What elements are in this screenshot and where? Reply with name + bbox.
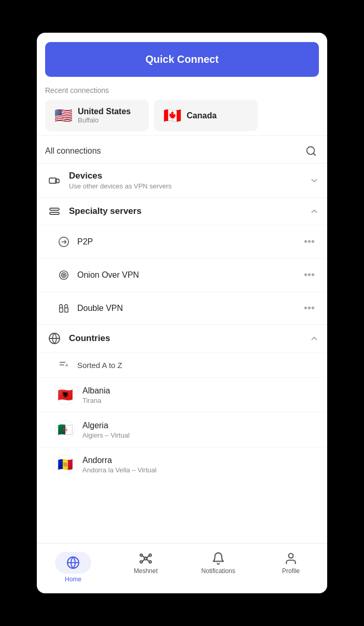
canada-flag: 🇨🇦 bbox=[163, 108, 181, 123]
quick-connect-button[interactable]: Quick Connect bbox=[45, 42, 319, 77]
svg-point-8 bbox=[63, 274, 65, 276]
country-andorra[interactable]: 🇦🇩 Andorra Andorra la Vella – Virtual bbox=[37, 447, 327, 482]
recent-card-us[interactable]: 🇺🇸 United States Buffalo bbox=[45, 100, 149, 131]
albania-flag: 🇦🇱 bbox=[55, 385, 75, 405]
svg-point-7 bbox=[61, 273, 66, 277]
home-globe-icon bbox=[66, 556, 80, 569]
home-label: Home bbox=[65, 576, 81, 583]
sort-label: Sorted A to Z bbox=[77, 361, 122, 370]
p2p-label: P2P bbox=[77, 237, 300, 247]
specialty-servers-section-row[interactable]: Specialty servers bbox=[37, 197, 327, 225]
countries-section-row[interactable]: Countries bbox=[37, 324, 327, 352]
specialty-servers-chevron-up bbox=[310, 207, 319, 216]
devices-section-row[interactable]: Devices Use other devices as VPN servers bbox=[37, 163, 327, 197]
sort-row[interactable]: A Sorted A to Z bbox=[37, 352, 327, 377]
canada-country-name: Canada bbox=[187, 111, 217, 120]
countries-title: Countries bbox=[69, 333, 310, 344]
svg-line-25 bbox=[143, 559, 145, 561]
albania-name: Albania bbox=[82, 386, 319, 396]
svg-rect-9 bbox=[60, 308, 63, 312]
nav-notifications[interactable]: Notifications bbox=[182, 549, 255, 586]
us-flag: 🇺🇸 bbox=[54, 108, 73, 123]
albania-info: Albania Tirana bbox=[82, 386, 319, 404]
onion-vpn-item[interactable]: Onion Over VPN ••• bbox=[37, 258, 327, 291]
countries-icon bbox=[45, 332, 64, 345]
search-icon bbox=[305, 145, 317, 157]
sort-icon: A bbox=[55, 360, 72, 370]
devices-icon bbox=[45, 174, 64, 187]
profile-label: Profile bbox=[282, 567, 300, 575]
p2p-dots-button[interactable]: ••• bbox=[300, 234, 319, 250]
p2p-item[interactable]: P2P ••• bbox=[37, 225, 327, 258]
all-connections-label: All connections bbox=[45, 146, 101, 156]
svg-line-24 bbox=[147, 556, 149, 558]
us-country-name: United States bbox=[78, 107, 131, 116]
onion-vpn-label: Onion Over VPN bbox=[77, 270, 300, 280]
app-container: Quick Connect Recent connections 🇺🇸 Unit… bbox=[37, 33, 327, 593]
recent-card-canada[interactable]: 🇨🇦 Canada bbox=[154, 100, 258, 131]
svg-point-27 bbox=[289, 553, 293, 558]
algeria-name: Algeria bbox=[82, 421, 319, 430]
notifications-label: Notifications bbox=[201, 567, 235, 575]
devices-title: Devices bbox=[69, 171, 310, 181]
profile-icon bbox=[284, 552, 298, 565]
algeria-info: Algeria Algiers – Virtual bbox=[82, 421, 319, 439]
double-vpn-dots-button[interactable]: ••• bbox=[300, 300, 319, 316]
country-algeria[interactable]: 🇩🇿 Algeria Algiers – Virtual bbox=[37, 412, 327, 447]
svg-rect-5 bbox=[50, 212, 59, 214]
nav-profile[interactable]: Profile bbox=[255, 549, 327, 586]
devices-text: Devices Use other devices as VPN servers bbox=[69, 171, 310, 190]
double-vpn-icon bbox=[55, 303, 72, 314]
double-vpn-label: Double VPN bbox=[77, 304, 300, 313]
svg-rect-4 bbox=[50, 208, 59, 210]
meshnet-icon bbox=[139, 552, 152, 565]
onion-icon bbox=[55, 269, 72, 281]
algeria-city: Algiers – Virtual bbox=[82, 431, 319, 439]
specialty-servers-title: Specialty servers bbox=[69, 206, 310, 216]
andorra-info: Andorra Andorra la Vella – Virtual bbox=[82, 456, 319, 474]
svg-line-1 bbox=[313, 153, 315, 155]
nav-home[interactable]: Home bbox=[37, 549, 109, 586]
double-vpn-item[interactable]: Double VPN ••• bbox=[37, 291, 327, 324]
phone-frame: Quick Connect Recent connections 🇺🇸 Unit… bbox=[0, 0, 364, 626]
recent-connections-list: 🇺🇸 United States Buffalo 🇨🇦 Canada bbox=[37, 100, 327, 135]
nav-meshnet[interactable]: Meshnet bbox=[109, 549, 182, 586]
notifications-icon bbox=[212, 552, 225, 565]
countries-chevron-up bbox=[310, 334, 319, 343]
devices-subtitle: Use other devices as VPN servers bbox=[69, 182, 310, 190]
andorra-city: Andorra la Vella – Virtual bbox=[82, 466, 319, 474]
country-albania[interactable]: 🇦🇱 Albania Tirana bbox=[37, 377, 327, 412]
countries-text: Countries bbox=[69, 333, 310, 344]
bottom-nav: Home Meshnet bbox=[37, 543, 327, 593]
svg-line-26 bbox=[147, 559, 149, 561]
andorra-name: Andorra bbox=[82, 456, 319, 465]
svg-rect-3 bbox=[55, 179, 59, 183]
recent-connections-label: Recent connections bbox=[37, 77, 327, 100]
albania-city: Tirana bbox=[82, 397, 319, 404]
scroll-area: Quick Connect Recent connections 🇺🇸 Unit… bbox=[37, 33, 327, 543]
andorra-flag: 🇦🇩 bbox=[55, 455, 75, 474]
svg-text:A: A bbox=[65, 363, 68, 368]
svg-line-23 bbox=[143, 556, 145, 558]
svg-point-6 bbox=[60, 270, 68, 279]
onion-dots-button[interactable]: ••• bbox=[300, 267, 319, 283]
specialty-servers-icon bbox=[45, 205, 64, 217]
meshnet-label: Meshnet bbox=[134, 567, 158, 575]
all-connections-header: All connections bbox=[37, 135, 327, 163]
search-button[interactable] bbox=[303, 143, 319, 159]
p2p-icon bbox=[55, 236, 72, 248]
specialty-servers-text: Specialty servers bbox=[69, 206, 310, 216]
svg-rect-10 bbox=[65, 308, 68, 312]
devices-chevron-down bbox=[310, 176, 319, 185]
algeria-flag: 🇩🇿 bbox=[55, 420, 75, 440]
us-city-name: Buffalo bbox=[78, 116, 131, 124]
